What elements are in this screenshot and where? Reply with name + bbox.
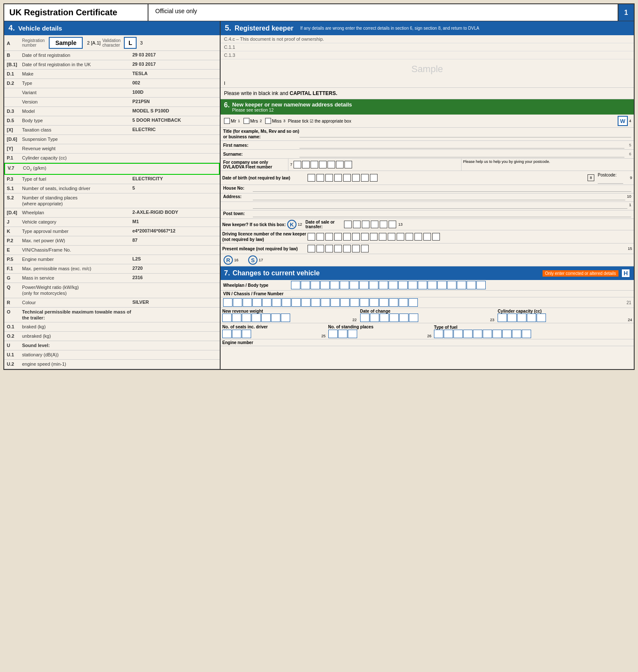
dl-cell-8[interactable] [370, 233, 378, 241]
fuel-cell-2[interactable] [444, 330, 453, 338]
mil-cell-1[interactable] [308, 245, 315, 252]
wp-cell-18[interactable] [457, 281, 466, 289]
wp-cell-16[interactable] [437, 281, 447, 289]
fleet-cell-6[interactable] [336, 161, 344, 168]
vin-cell-4[interactable] [252, 298, 262, 307]
vin-cell-8[interactable] [291, 298, 301, 307]
wp-cell-1[interactable] [291, 281, 300, 289]
rw-cell-4[interactable] [252, 314, 261, 322]
dob-cell-1[interactable] [308, 174, 315, 182]
address2-input[interactable] [253, 203, 627, 209]
dos-cell-4[interactable] [371, 221, 378, 228]
fuel-cell-9[interactable] [512, 330, 521, 338]
wp-cell-9[interactable] [369, 281, 378, 289]
dob-cell-2[interactable] [316, 174, 324, 182]
vin-cell-5[interactable] [262, 298, 271, 307]
fuel-cell-6[interactable] [483, 330, 492, 338]
address-input[interactable] [253, 194, 625, 200]
wp-cell-15[interactable] [428, 281, 437, 289]
fuel-cell-1[interactable] [434, 330, 443, 338]
fuel-cell-7[interactable] [492, 330, 502, 338]
seat-cell-3[interactable] [242, 330, 251, 338]
vin-cell-16[interactable] [369, 298, 379, 307]
vin-cell-6[interactable] [272, 298, 281, 307]
dos-cell-1[interactable] [344, 221, 352, 228]
wp-cell-4[interactable] [320, 281, 330, 289]
doc-cell-3[interactable] [380, 314, 389, 322]
wp-cell-7[interactable] [350, 281, 359, 289]
dl-cell-12[interactable] [406, 233, 413, 241]
title-input[interactable] [299, 131, 631, 137]
rw-cell-7[interactable] [281, 314, 290, 322]
vin-cell-7[interactable] [282, 298, 291, 307]
wp-cell-19[interactable] [467, 281, 476, 289]
dl-cell-2[interactable] [316, 233, 324, 241]
mil-cell-5[interactable] [343, 245, 351, 252]
dob-cell-4[interactable] [334, 174, 342, 182]
dos-cell-6[interactable] [389, 221, 396, 228]
dl-cell-1[interactable] [308, 233, 315, 241]
dl-cell-10[interactable] [388, 233, 395, 241]
vin-cell-10[interactable] [311, 298, 320, 307]
fuel-cell-4[interactable] [463, 330, 473, 338]
vin-cell-18[interactable] [389, 298, 398, 307]
wp-cell-13[interactable] [408, 281, 417, 289]
fleet-cell-1[interactable] [294, 161, 301, 168]
dl-cell-15[interactable] [432, 233, 440, 241]
mil-cell-4[interactable] [334, 245, 342, 252]
wp-cell-20[interactable] [476, 281, 486, 289]
rw-cell-6[interactable] [271, 314, 280, 322]
st-cell-3[interactable] [348, 330, 357, 338]
wp-cell-17[interactable] [447, 281, 456, 289]
seat-cell-2[interactable] [232, 330, 241, 338]
fleet-cell-2[interactable] [302, 161, 310, 168]
doc-cell-5[interactable] [399, 314, 409, 322]
cc-cell-3[interactable] [517, 314, 526, 322]
mil-cell-6[interactable] [352, 245, 360, 252]
cc-cell-5[interactable] [537, 314, 546, 322]
wp-cell-5[interactable] [330, 281, 339, 289]
fleet-cell-5[interactable] [327, 161, 335, 168]
vin-cell-11[interactable] [321, 298, 330, 307]
cc-cell-4[interactable] [527, 314, 536, 322]
dl-cell-14[interactable] [423, 233, 431, 241]
wp-cell-6[interactable] [340, 281, 349, 289]
wp-cell-14[interactable] [418, 281, 427, 289]
fuel-cell-8[interactable] [502, 330, 512, 338]
dob-cell-8[interactable] [370, 174, 378, 182]
dl-cell-6[interactable] [352, 233, 360, 241]
dl-cell-3[interactable] [325, 233, 333, 241]
wp-cell-3[interactable] [311, 281, 320, 289]
st-cell-2[interactable] [338, 330, 347, 338]
vin-cell-3[interactable] [243, 298, 252, 307]
dos-cell-2[interactable] [353, 221, 361, 228]
doc-cell-1[interactable] [360, 314, 369, 322]
cc-cell-2[interactable] [507, 314, 517, 322]
vin-cell-9[interactable] [301, 298, 311, 307]
vin-cell-12[interactable] [330, 298, 340, 307]
dob-cell-5[interactable] [343, 174, 351, 182]
dos-cell-5[interactable] [380, 221, 387, 228]
fleet-cell-3[interactable] [311, 161, 318, 168]
wp-cell-2[interactable] [301, 281, 310, 289]
seat-cell-1[interactable] [222, 330, 232, 338]
posttown-input[interactable] [253, 211, 631, 217]
dl-cell-4[interactable] [334, 233, 342, 241]
dl-cell-13[interactable] [414, 233, 422, 241]
postcode-input[interactable] [598, 178, 623, 184]
fleet-cell-4[interactable] [319, 161, 327, 168]
vin-cell-20[interactable] [409, 298, 418, 307]
vin-cell-15[interactable] [360, 298, 369, 307]
mr-tickbox[interactable] [224, 118, 230, 124]
mil-cell-2[interactable] [316, 245, 324, 252]
vin-cell-19[interactable] [399, 298, 408, 307]
dl-cell-11[interactable] [397, 233, 404, 241]
fuel-cell-10[interactable] [522, 330, 531, 338]
rw-cell-2[interactable] [232, 314, 241, 322]
wp-cell-11[interactable] [389, 281, 398, 289]
doc-cell-6[interactable] [409, 314, 418, 322]
mil-cell-7[interactable] [361, 245, 369, 252]
dob-cell-7[interactable] [361, 174, 369, 182]
fuel-cell-5[interactable] [473, 330, 482, 338]
dl-cell-7[interactable] [361, 233, 369, 241]
